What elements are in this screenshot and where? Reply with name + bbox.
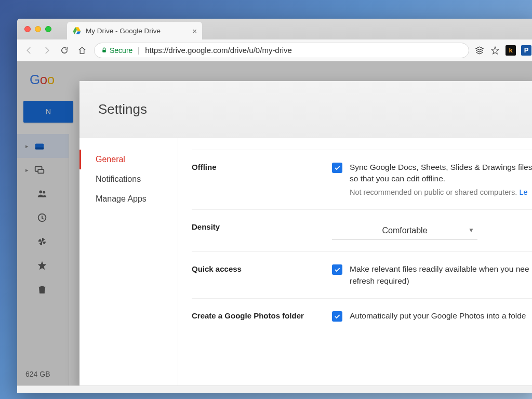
tab-close-icon[interactable]: × xyxy=(192,26,197,35)
row-quick-access: Quick access Make relevant files readily… xyxy=(192,251,532,298)
extension-icons: k P xyxy=(474,45,532,56)
browser-window: My Drive - Google Drive × Secure | https… xyxy=(17,19,532,393)
offline-label: Offline xyxy=(192,162,332,171)
window-controls xyxy=(24,26,51,32)
photos-checkbox[interactable] xyxy=(332,311,342,322)
settings-nav: General Notifications Manage Apps xyxy=(79,138,178,387)
quick-checkbox[interactable] xyxy=(332,264,342,275)
close-window-button[interactable] xyxy=(24,26,31,32)
density-select[interactable]: Comfortable ▼ xyxy=(332,221,477,240)
check-icon xyxy=(334,313,341,320)
check-icon xyxy=(334,266,341,273)
settings-content: Offline Sync Google Docs, Sheets, Slides… xyxy=(178,138,532,387)
maximize-window-button[interactable] xyxy=(45,26,51,32)
arrow-left-icon xyxy=(24,46,34,55)
browser-tab[interactable]: My Drive - Google Drive × xyxy=(67,22,202,39)
svg-rect-0 xyxy=(102,50,106,52)
minimize-window-button[interactable] xyxy=(35,26,41,32)
row-photos-folder: Create a Google Photos folder Automatica… xyxy=(192,298,532,333)
back-button[interactable] xyxy=(21,43,37,58)
horizontal-scrollbar[interactable] xyxy=(17,385,532,393)
offline-checkbox[interactable] xyxy=(332,163,342,173)
lock-icon xyxy=(101,47,108,54)
density-value: Comfortable xyxy=(382,224,427,236)
photos-label: Create a Google Photos folder xyxy=(192,310,332,320)
learn-more-link[interactable]: Le xyxy=(519,188,527,196)
offline-sub: Not recommended on public or shared comp… xyxy=(350,187,532,198)
url-separator: | xyxy=(138,46,140,55)
extension-k-icon[interactable]: k xyxy=(506,45,516,56)
photos-desc: Automatically put your Google Photos int… xyxy=(350,310,526,322)
row-density: Density Comfortable ▼ xyxy=(192,209,532,251)
check-icon xyxy=(334,164,341,171)
secure-label: Secure xyxy=(110,46,132,55)
tab-strip: My Drive - Google Drive × xyxy=(17,19,532,39)
caret-down-icon: ▼ xyxy=(468,226,474,235)
offline-desc: Sync Google Docs, Sheets, Slides & Drawi… xyxy=(350,162,532,185)
drive-favicon-icon xyxy=(72,26,82,35)
settings-dialog: Settings General Notifications Manage Ap… xyxy=(79,81,532,387)
omnibox[interactable]: Secure | https://drive.google.com/drive/… xyxy=(94,43,469,58)
nav-manage-apps[interactable]: Manage Apps xyxy=(79,189,178,209)
quick-desc: Make relevant files readily available wh… xyxy=(350,263,532,287)
extension-p-icon[interactable]: P xyxy=(521,45,531,56)
quick-label: Quick access xyxy=(192,263,332,273)
reload-icon xyxy=(60,46,69,55)
url-text: https://drive.google.com/drive/u/0/my-dr… xyxy=(145,46,292,55)
reload-button[interactable] xyxy=(57,43,72,58)
address-bar: Secure | https://drive.google.com/drive/… xyxy=(17,39,532,61)
buffer-extension-icon[interactable] xyxy=(474,45,485,56)
row-offline: Offline Sync Google Docs, Sheets, Slides… xyxy=(192,150,532,209)
density-label: Density xyxy=(192,221,332,231)
bookmark-star-icon[interactable] xyxy=(490,45,500,56)
nav-notifications[interactable]: Notifications xyxy=(79,169,178,189)
tab-title: My Drive - Google Drive xyxy=(86,27,161,35)
secure-indicator: Secure xyxy=(101,46,132,55)
arrow-right-icon xyxy=(42,46,51,55)
forward-button[interactable] xyxy=(39,43,55,58)
home-icon xyxy=(77,46,87,55)
nav-general[interactable]: General xyxy=(79,150,178,169)
settings-title: Settings xyxy=(79,81,532,138)
home-button[interactable] xyxy=(74,43,90,58)
